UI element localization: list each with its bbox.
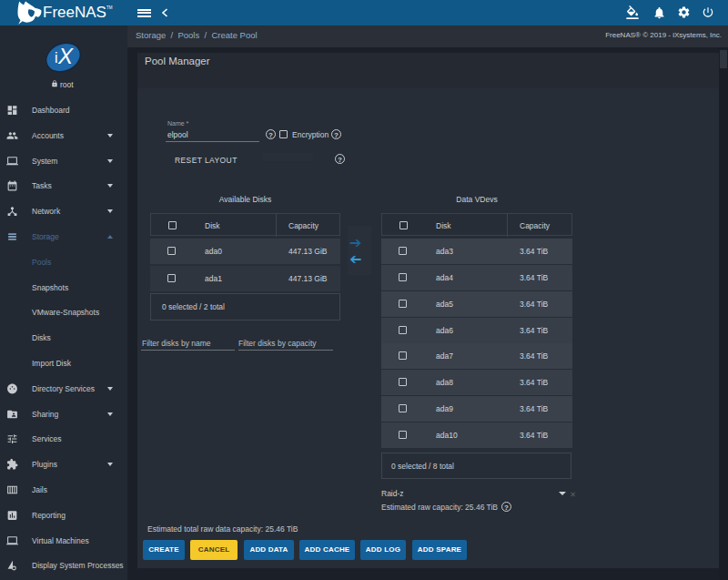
svg-text:X: X (57, 44, 74, 68)
